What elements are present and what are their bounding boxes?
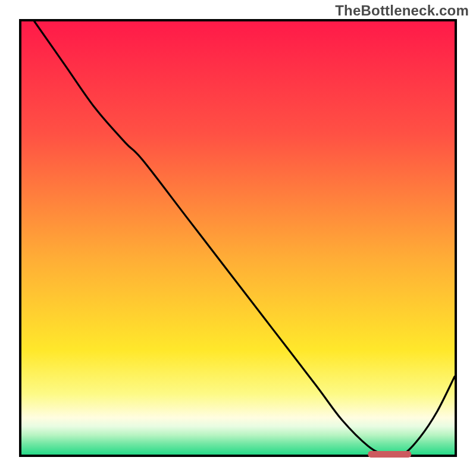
plot-background bbox=[21, 21, 455, 455]
bottleneck-chart bbox=[0, 0, 476, 476]
watermark-text: TheBottleneck.com bbox=[335, 2, 469, 19]
chart-stage: TheBottleneck.com bbox=[0, 0, 476, 476]
optimal-marker bbox=[368, 451, 411, 458]
